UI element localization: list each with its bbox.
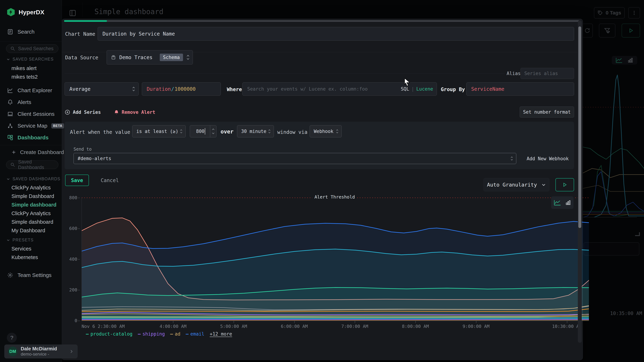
- alert-config-panel: Alert when the value is at least (≥) 800…: [64, 122, 574, 169]
- remove-alert-button[interactable]: Remove Alert: [114, 107, 155, 118]
- chevron-down-icon: [6, 57, 10, 61]
- chevron-down-icon: [6, 177, 10, 181]
- saved-searches-input[interactable]: Saved Searches: [6, 44, 58, 53]
- sidebar-item-label: Search: [18, 29, 34, 35]
- number-stepper[interactable]: [210, 125, 216, 137]
- saved-dashboard-item-active[interactable]: Simple dashboard: [0, 200, 73, 209]
- saved-dashboard-item[interactable]: ClickPy Analytics: [0, 209, 73, 218]
- app-title: HyperDX: [18, 9, 44, 16]
- run-chart-button[interactable]: [556, 178, 574, 191]
- data-source-select[interactable]: Demo Traces Schema: [106, 50, 193, 64]
- bell-icon: [7, 99, 14, 105]
- sidebar-item-search[interactable]: Search: [0, 27, 69, 37]
- group-by-label: Group By: [441, 86, 465, 92]
- formula-operator: /: [171, 86, 174, 92]
- set-number-format-button[interactable]: Set number format: [520, 107, 574, 118]
- progress-bar-fill: [64, 20, 107, 22]
- line-chart-icon[interactable]: [554, 199, 561, 206]
- sidebar: HyperDX Search Saved Searches SAVED SEAR…: [0, 0, 62, 362]
- saved-dashboards-placeholder: Saved Dashboards: [18, 159, 58, 170]
- lucene-toggle[interactable]: Lucene: [416, 86, 433, 92]
- database-icon: [111, 55, 116, 60]
- over-label: over: [220, 129, 234, 135]
- divider: [0, 41, 62, 42]
- alert-window-select[interactable]: 30 minute: [237, 125, 274, 137]
- bar-chart-icon[interactable]: [565, 199, 571, 206]
- laptop-icon: [7, 111, 14, 117]
- cancel-button[interactable]: Cancel: [101, 175, 119, 186]
- beta-badge: BETA: [51, 123, 64, 129]
- via-label: window via: [277, 129, 308, 135]
- legend-more-link[interactable]: +12 more: [210, 331, 232, 337]
- saved-dashboards-input[interactable]: Saved Dashboards: [6, 161, 58, 169]
- add-series-button[interactable]: Add Series: [64, 107, 101, 118]
- add-new-webhook-link[interactable]: Add New Webhook: [527, 156, 569, 161]
- alias-input[interactable]: Series alias: [520, 68, 574, 79]
- chart-editor-modal: Chart Name Duration by Service Name Data…: [62, 19, 583, 360]
- select-chevrons-icon: [268, 129, 271, 134]
- saved-dashboard-item[interactable]: Simple dashboard: [0, 218, 73, 226]
- user-name: Dale McDiarmid: [21, 346, 66, 352]
- saved-dashboard-item[interactable]: ClickPy Analytics: [0, 183, 73, 192]
- chart-plot-area: [82, 198, 589, 321]
- sidebar-item-team-settings[interactable]: Team Settings: [0, 270, 69, 280]
- sidebar-item-dashboards[interactable]: Dashboards: [0, 133, 69, 143]
- saved-searches-placeholder: Saved Searches: [18, 46, 54, 51]
- sql-toggle[interactable]: SQL: [401, 86, 409, 92]
- legend-item[interactable]: —email: [186, 331, 204, 337]
- legend-item[interactable]: —ad: [170, 331, 180, 337]
- saved-dashboard-item[interactable]: My Dashboard: [0, 226, 73, 235]
- alert-threshold-label: Alert Threshold: [312, 194, 357, 199]
- aggregation-select[interactable]: Average: [64, 82, 139, 96]
- x-axis-labels: Nov 6 2:30:00 AM4:00:00 AM5:00:00 AM6:00…: [82, 324, 589, 331]
- select-chevrons-icon: [336, 129, 339, 134]
- scrollbar-thumb[interactable]: [578, 26, 581, 228]
- select-chevrons-icon: [510, 156, 513, 161]
- saved-dashboard-item[interactable]: Simple Dashboard: [0, 192, 73, 200]
- saved-search-item[interactable]: mikes alert: [0, 64, 73, 73]
- legend-item[interactable]: —shipping: [138, 331, 165, 337]
- alert-prefix-label: Alert when the value: [70, 129, 130, 135]
- saved-searches-header[interactable]: SAVED SEARCHES: [0, 57, 54, 62]
- hyperdx-logo-icon: [7, 8, 15, 16]
- search-icon: [10, 46, 15, 51]
- help-button[interactable]: ?: [7, 333, 17, 343]
- select-chevrons-icon: [186, 54, 190, 60]
- user-menu[interactable]: DM Dale McDiarmid demo-service -: [4, 345, 78, 359]
- alert-threshold-input[interactable]: 800: [190, 125, 216, 137]
- legend-item[interactable]: —product-catalog: [86, 331, 132, 337]
- create-dashboard-button[interactable]: Create Dashboard: [4, 147, 69, 157]
- alert-condition-select[interactable]: is at least (≥): [132, 125, 186, 137]
- mouse-cursor: [404, 78, 411, 86]
- schema-badge: Schema: [160, 54, 183, 61]
- chevron-down-icon: [6, 238, 10, 242]
- chart-name-input[interactable]: Duration by Service Name: [98, 27, 574, 40]
- sidebar-item-alerts[interactable]: Alerts: [0, 97, 69, 107]
- divider: [0, 145, 62, 145]
- presets-header[interactable]: PRESETS: [0, 238, 34, 242]
- select-chevrons-icon: [180, 129, 183, 134]
- webhook-select[interactable]: #demo-alerts: [74, 153, 516, 164]
- chart-line-icon: [7, 87, 14, 93]
- avatar: DM: [8, 347, 18, 356]
- send-to-label: Send to: [74, 147, 92, 152]
- where-label: Where: [227, 86, 242, 92]
- chart-type-toggle[interactable]: [551, 196, 574, 209]
- formula-input[interactable]: Duration / 1000000: [142, 82, 221, 96]
- granularity-select[interactable]: Auto Granularity: [484, 178, 549, 191]
- group-by-input[interactable]: ServiceName: [466, 82, 574, 96]
- chart-name-label: Chart Name: [65, 31, 95, 37]
- sidebar-item-service-map[interactable]: Service Map BETA: [0, 121, 69, 131]
- text-caret: [205, 128, 205, 135]
- saved-dashboards-header[interactable]: SAVED DASHBOARDS: [0, 177, 60, 181]
- play-icon: [562, 182, 567, 187]
- alias-label: Alias: [506, 71, 520, 76]
- sidebar-item-client-sessions[interactable]: Client Sessions: [0, 109, 69, 119]
- sidebar-item-chart-explorer[interactable]: Chart Explorer: [0, 85, 69, 95]
- formula-field: Duration: [147, 86, 171, 92]
- saved-search-item[interactable]: mikes tets2: [0, 73, 73, 81]
- alert-channel-select[interactable]: Webhook: [310, 125, 342, 137]
- preset-item[interactable]: Kubernetes: [0, 253, 73, 262]
- search-doc-icon: [7, 29, 14, 35]
- preset-item[interactable]: Services: [0, 244, 73, 253]
